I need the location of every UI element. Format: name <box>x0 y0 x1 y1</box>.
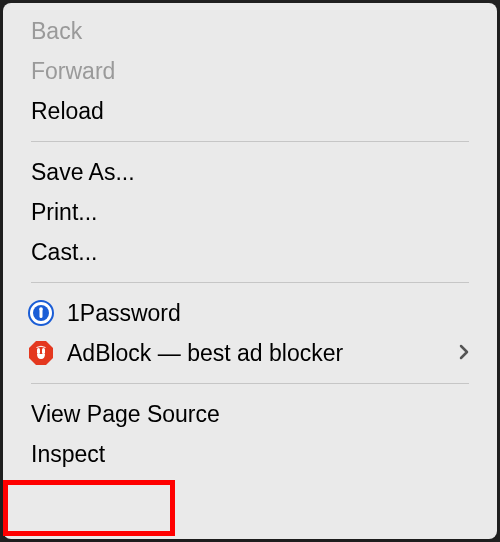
menu-label-save-as: Save As... <box>31 159 469 186</box>
menu-item-save-as[interactable]: Save As... <box>3 152 497 192</box>
context-menu: Back Forward Reload Save As... Print... … <box>3 3 497 539</box>
menu-label-forward: Forward <box>31 58 469 85</box>
menu-divider <box>31 383 469 384</box>
menu-divider <box>31 141 469 142</box>
menu-label-cast: Cast... <box>31 239 469 266</box>
menu-label-1password: 1Password <box>67 300 469 327</box>
menu-item-print[interactable]: Print... <box>3 192 497 232</box>
menu-item-back: Back <box>3 11 497 51</box>
menu-label-inspect: Inspect <box>31 441 469 468</box>
chevron-right-icon <box>459 340 469 366</box>
menu-label-print: Print... <box>31 199 469 226</box>
menu-item-1password[interactable]: 1Password <box>3 293 497 333</box>
svg-rect-5 <box>37 348 40 354</box>
menu-item-adblock[interactable]: AdBlock — best ad blocker <box>3 333 497 373</box>
menu-item-view-source[interactable]: View Page Source <box>3 394 497 434</box>
svg-point-3 <box>39 307 43 311</box>
menu-item-cast[interactable]: Cast... <box>3 232 497 272</box>
menu-label-back: Back <box>31 18 469 45</box>
adblock-icon <box>27 339 55 367</box>
menu-label-reload: Reload <box>31 98 469 125</box>
menu-divider <box>31 282 469 283</box>
menu-label-view-source: View Page Source <box>31 401 469 428</box>
menu-label-adblock: AdBlock — best ad blocker <box>67 340 459 367</box>
1password-icon <box>27 299 55 327</box>
menu-item-inspect[interactable]: Inspect <box>3 434 497 474</box>
svg-rect-6 <box>42 348 45 354</box>
menu-item-forward: Forward <box>3 51 497 91</box>
menu-item-reload[interactable]: Reload <box>3 91 497 131</box>
svg-marker-4 <box>29 341 53 365</box>
